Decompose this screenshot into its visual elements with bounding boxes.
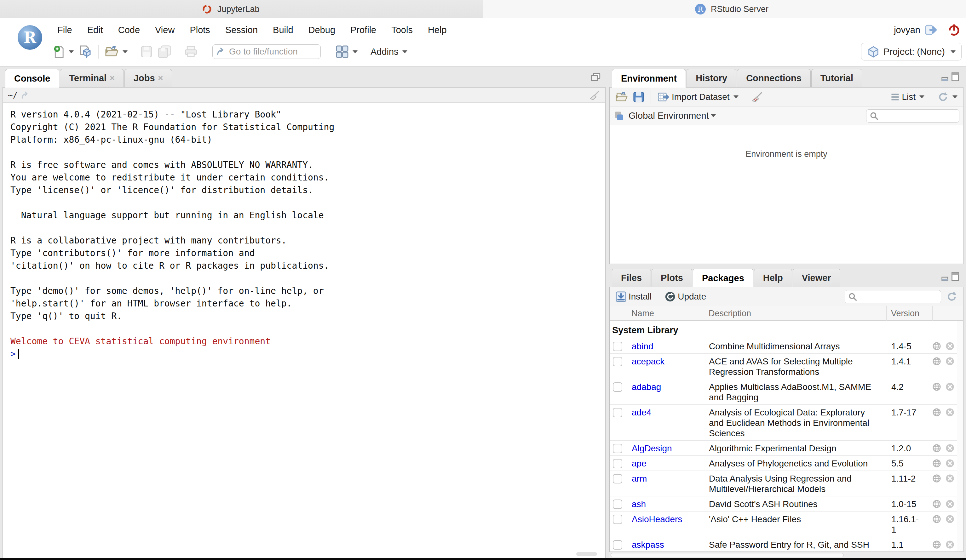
environment-window-controls[interactable] bbox=[941, 72, 959, 81]
power-icon[interactable] bbox=[948, 24, 960, 36]
new-file-button[interactable] bbox=[51, 43, 76, 60]
package-name-link[interactable]: adabag bbox=[627, 381, 704, 392]
menu-item-code[interactable]: Code bbox=[110, 22, 148, 38]
update-packages-button[interactable]: Update bbox=[662, 289, 708, 304]
console-tab-jobs[interactable]: Jobs× bbox=[125, 69, 172, 87]
package-name-link[interactable]: ape bbox=[627, 458, 704, 469]
close-tab-icon[interactable]: × bbox=[110, 74, 115, 82]
packages-search-box[interactable] bbox=[845, 290, 941, 303]
sign-out-icon[interactable] bbox=[925, 24, 938, 36]
refresh-packages-button[interactable] bbox=[944, 289, 960, 304]
install-packages-button[interactable]: Install bbox=[613, 289, 654, 304]
environment-search-input[interactable] bbox=[881, 111, 953, 121]
environment-tab-environment[interactable]: Environment bbox=[612, 69, 686, 87]
save-button[interactable] bbox=[138, 44, 155, 59]
package-checkbox[interactable] bbox=[613, 540, 622, 550]
package-name-link[interactable]: ade4 bbox=[627, 407, 704, 418]
package-checkbox[interactable] bbox=[613, 515, 622, 524]
close-tab-icon[interactable]: × bbox=[158, 74, 163, 82]
packages-horizontal-scrollbar[interactable] bbox=[610, 552, 963, 558]
browser-tab-jupyterlab[interactable]: JupyterLab bbox=[0, 0, 483, 18]
project-menu-button[interactable]: Project: (None) bbox=[861, 43, 961, 61]
package-checkbox[interactable] bbox=[613, 383, 622, 392]
browser-tab-rstudio[interactable]: R RStudio Server bbox=[483, 0, 966, 18]
console-tab-terminal[interactable]: Terminal× bbox=[60, 69, 124, 87]
remove-package-icon[interactable] bbox=[946, 499, 955, 508]
packages-tab-viewer[interactable]: Viewer bbox=[793, 269, 840, 287]
list-view-button[interactable]: List bbox=[888, 90, 927, 104]
globe-icon[interactable] bbox=[932, 383, 941, 391]
package-checkbox[interactable] bbox=[613, 459, 622, 468]
environment-tab-history[interactable]: History bbox=[687, 69, 736, 87]
clear-console-broom-icon[interactable] bbox=[590, 90, 600, 100]
globe-icon[interactable] bbox=[932, 499, 941, 508]
package-name-link[interactable]: askpass bbox=[627, 539, 704, 550]
console-window-controls[interactable] bbox=[590, 72, 601, 82]
globe-icon[interactable] bbox=[932, 540, 941, 549]
environment-scope-label[interactable]: Global Environment bbox=[629, 110, 709, 121]
save-all-button[interactable] bbox=[155, 43, 174, 60]
packages-tab-packages[interactable]: Packages bbox=[693, 269, 753, 287]
packages-vertical-scrollbar[interactable] bbox=[957, 321, 963, 552]
globe-icon[interactable] bbox=[932, 342, 941, 351]
package-name-link[interactable]: ash bbox=[627, 498, 704, 509]
console-scrollbar-thumb[interactable] bbox=[576, 552, 597, 556]
globe-icon[interactable] bbox=[932, 357, 941, 366]
remove-package-icon[interactable] bbox=[946, 515, 955, 524]
remove-package-icon[interactable] bbox=[946, 357, 955, 366]
remove-package-icon[interactable] bbox=[946, 342, 955, 351]
package-checkbox[interactable] bbox=[613, 408, 622, 417]
pane-layout-button[interactable] bbox=[333, 43, 360, 60]
menu-item-plots[interactable]: Plots bbox=[182, 22, 217, 38]
package-checkbox[interactable] bbox=[613, 499, 622, 509]
menu-item-debug[interactable]: Debug bbox=[301, 22, 343, 38]
save-workspace-button[interactable] bbox=[631, 89, 647, 105]
packages-tab-plots[interactable]: Plots bbox=[652, 269, 692, 287]
console-prompt-line[interactable]: > bbox=[10, 348, 605, 360]
remove-package-icon[interactable] bbox=[946, 444, 955, 453]
package-checkbox[interactable] bbox=[613, 474, 622, 483]
remove-package-icon[interactable] bbox=[946, 408, 955, 417]
package-name-link[interactable]: AsioHeaders bbox=[627, 513, 704, 524]
globe-icon[interactable] bbox=[932, 474, 941, 483]
globe-icon[interactable] bbox=[932, 515, 941, 524]
package-name-link[interactable]: AlgDesign bbox=[627, 443, 704, 453]
globe-icon[interactable] bbox=[932, 459, 941, 468]
packages-tab-help[interactable]: Help bbox=[754, 269, 792, 287]
globe-icon[interactable] bbox=[932, 444, 941, 453]
addins-button[interactable]: Addins bbox=[368, 45, 410, 59]
goto-file-function-input[interactable] bbox=[229, 47, 317, 57]
package-name-link[interactable]: abind bbox=[627, 340, 704, 351]
menu-item-edit[interactable]: Edit bbox=[80, 22, 110, 38]
console-body[interactable]: ~/ R version 4.0.4 (2021-02-15) -- "Lost… bbox=[3, 87, 606, 558]
packages-tab-files[interactable]: Files bbox=[612, 269, 651, 287]
menu-item-help[interactable]: Help bbox=[420, 22, 454, 38]
packages-window-controls[interactable] bbox=[941, 272, 959, 281]
new-project-button[interactable] bbox=[76, 43, 95, 60]
menu-item-tools[interactable]: Tools bbox=[384, 22, 420, 38]
package-name-link[interactable]: acepack bbox=[627, 356, 704, 366]
packages-search-input[interactable] bbox=[859, 292, 932, 301]
menu-item-file[interactable]: File bbox=[50, 22, 80, 38]
menu-item-session[interactable]: Session bbox=[218, 22, 265, 38]
remove-package-icon[interactable] bbox=[946, 474, 955, 483]
remove-package-icon[interactable] bbox=[946, 383, 955, 391]
globe-icon[interactable] bbox=[932, 408, 941, 417]
package-checkbox[interactable] bbox=[613, 444, 622, 453]
open-file-button[interactable] bbox=[102, 43, 130, 60]
import-dataset-button[interactable]: Import Dataset bbox=[655, 89, 741, 105]
remove-package-icon[interactable] bbox=[946, 540, 955, 549]
scrollbar-thumb[interactable] bbox=[611, 553, 844, 557]
environment-search-box[interactable] bbox=[866, 109, 959, 123]
package-checkbox[interactable] bbox=[613, 342, 622, 351]
print-button[interactable] bbox=[182, 44, 200, 59]
menu-item-view[interactable]: View bbox=[148, 22, 182, 38]
environment-tab-tutorial[interactable]: Tutorial bbox=[811, 69, 863, 87]
refresh-environment-button[interactable] bbox=[935, 89, 960, 105]
remove-package-icon[interactable] bbox=[946, 459, 955, 468]
package-name-link[interactable]: arm bbox=[627, 473, 704, 484]
goto-file-function-box[interactable] bbox=[212, 44, 321, 59]
package-checkbox[interactable] bbox=[613, 357, 622, 366]
load-workspace-button[interactable] bbox=[613, 89, 631, 105]
clear-environment-broom-button[interactable] bbox=[749, 90, 765, 104]
